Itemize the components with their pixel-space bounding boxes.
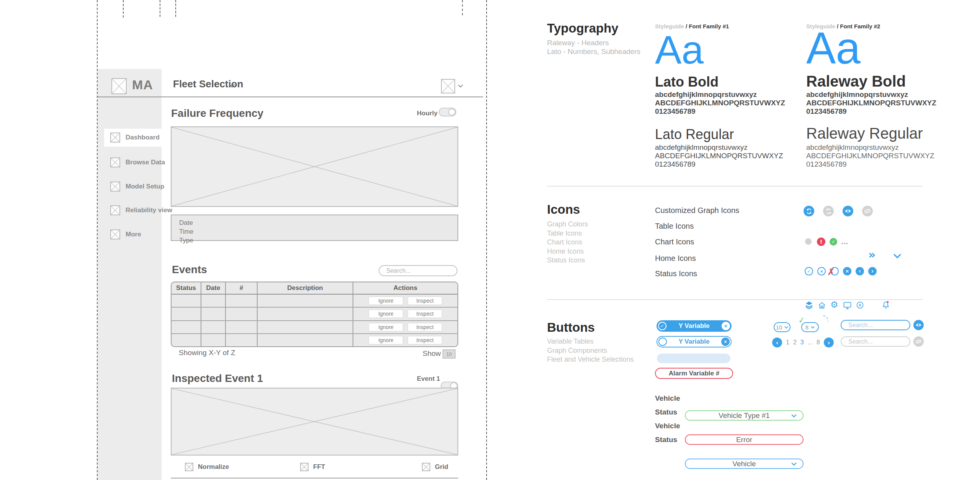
- tooltip-line: Time: [179, 227, 457, 236]
- eye-off-icon[interactable]: [862, 206, 873, 216]
- section-divider: [547, 299, 923, 300]
- checkbox-placeholder-icon: [422, 463, 430, 471]
- failure-frequency-title: Failure Frequency: [171, 107, 263, 120]
- user-avatar-placeholder-icon[interactable]: [441, 79, 455, 93]
- inspect-button[interactable]: Inspect: [408, 297, 442, 305]
- search-input-active[interactable]: Search...: [841, 320, 910, 330]
- plus-circle-icon[interactable]: [856, 301, 864, 309]
- page-prev-button[interactable]: ‹: [772, 337, 782, 347]
- content-bottom-divider: [171, 478, 458, 478]
- search-input-inactive[interactable]: Search...: [841, 336, 910, 347]
- subnav-item[interactable]: Variable Tables: [547, 337, 634, 346]
- chevron-down-icon: [784, 326, 788, 329]
- layers-icon[interactable]: [805, 301, 813, 310]
- hourly-toggle[interactable]: [439, 108, 456, 116]
- chevron-down-icon[interactable]: [229, 84, 235, 88]
- guide-tick: [160, 0, 160, 17]
- buttons-subnav: Variable Tables Graph Components Fleet a…: [547, 337, 634, 364]
- sync-disabled-icon[interactable]: [823, 206, 834, 216]
- inspect-button[interactable]: Inspect: [408, 310, 442, 318]
- x-circle-outline-icon[interactable]: ×: [817, 267, 826, 275]
- column-header[interactable]: #: [226, 282, 258, 294]
- styleguide-canvas: MA Fleet Selection Dashboard Browse Data…: [0, 0, 980, 480]
- eye-icon[interactable]: [913, 320, 924, 330]
- chevron-right-circle-icon[interactable]: ›: [868, 267, 877, 275]
- ignore-button[interactable]: Ignore: [369, 310, 403, 318]
- page-number[interactable]: 8: [817, 339, 820, 346]
- menu-placeholder-icon: [110, 157, 120, 167]
- grid-checkbox[interactable]: Grid: [422, 463, 448, 471]
- sidebar-item-label: Dashboard: [126, 134, 160, 141]
- table-row: Ignore Inspect: [172, 321, 457, 334]
- gear-icon[interactable]: ⚙: [830, 300, 838, 309]
- column-header[interactable]: Actions: [353, 282, 457, 294]
- subnav-item[interactable]: Chart Icons: [547, 238, 588, 247]
- sidebar-item-browse-data[interactable]: Browse Data: [110, 157, 165, 167]
- font-specimen-aa: Aa: [655, 30, 704, 70]
- ignore-button[interactable]: Ignore: [369, 323, 403, 331]
- page-number-current[interactable]: 3: [800, 339, 804, 346]
- chevron-left-circle-icon[interactable]: ‹: [856, 267, 864, 275]
- ignore-button[interactable]: Ignore: [369, 297, 403, 305]
- dropdown-row-label: Status: [655, 408, 677, 416]
- menu-placeholder-icon: [110, 229, 120, 239]
- page-next-button[interactable]: ›: [824, 337, 834, 347]
- alert-exclamation-icon: !: [817, 238, 825, 246]
- notification-bell-icon[interactable]: [882, 300, 890, 310]
- y-variable-pill-unselected[interactable]: Y Variable ×: [657, 336, 732, 347]
- tooltip-line: Date: [179, 218, 457, 227]
- page-size-dropdown-10[interactable]: 10: [774, 322, 791, 332]
- chevron-down-icon[interactable]: [458, 84, 463, 88]
- x-circle-filled-icon[interactable]: ×: [843, 267, 851, 275]
- sidebar-item-model-setup[interactable]: Model Setup: [110, 182, 164, 192]
- guide-tick: [175, 0, 176, 17]
- eye-off-icon[interactable]: [913, 336, 924, 347]
- vehicle-dropdown[interactable]: Vehicle: [685, 459, 804, 469]
- page-size-selector[interactable]: 10: [443, 349, 456, 359]
- subnav-item[interactable]: Graph Colors: [547, 220, 588, 229]
- alarm-variable-button[interactable]: Alarm Variable #: [655, 368, 733, 379]
- home-icon[interactable]: [818, 301, 826, 310]
- app-logo-text: MA: [132, 77, 153, 92]
- subnav-item[interactable]: Table Icons: [547, 229, 588, 238]
- events-search-input[interactable]: Search...: [379, 265, 457, 276]
- events-table-header: Status Date # Description Actions: [172, 282, 457, 295]
- sidebar-item-reliability-view[interactable]: Reliability view: [110, 205, 172, 215]
- subnav-item[interactable]: Graph Components: [547, 346, 634, 355]
- y-variable-pill-selected[interactable]: ✓ Y Variable ×: [657, 320, 732, 332]
- subnav-item[interactable]: Status Icons: [547, 256, 588, 265]
- monitor-icon[interactable]: [843, 301, 852, 310]
- cancel-circle-red-x-icon[interactable]: ✗: [830, 267, 839, 275]
- subnav-item[interactable]: Fleet and Vehicle Selections: [547, 355, 634, 364]
- inspect-button[interactable]: Inspect: [408, 323, 442, 331]
- sidebar-item-label: Reliability view: [126, 206, 172, 214]
- search-placeholder: Search...: [848, 322, 873, 329]
- column-header[interactable]: Description: [258, 282, 353, 294]
- chart-tooltip-placeholder: Date Time Type: [171, 215, 458, 241]
- sidebar-item-more[interactable]: More: [110, 229, 141, 239]
- eye-icon[interactable]: [843, 206, 853, 216]
- column-header[interactable]: Date: [201, 282, 226, 294]
- double-chevron-right-icon[interactable]: »: [868, 249, 875, 260]
- normalize-checkbox[interactable]: Normalize: [185, 463, 229, 471]
- fft-checkbox[interactable]: FFT: [300, 463, 325, 471]
- remove-circle-icon[interactable]: ×: [722, 322, 730, 330]
- page-number[interactable]: 1: [786, 339, 789, 346]
- dropdown-value: 10: [776, 324, 782, 331]
- empty-variable-pill[interactable]: [657, 354, 730, 363]
- remove-circle-icon[interactable]: ×: [721, 337, 730, 346]
- pill-label: Alarm Variable #: [669, 370, 719, 377]
- column-header[interactable]: Status: [172, 282, 201, 294]
- chevron-down-icon[interactable]: [893, 254, 902, 259]
- checkbox-placeholder-icon: [300, 463, 309, 471]
- subnav-item[interactable]: Home Icons: [547, 247, 588, 256]
- ignore-button[interactable]: Ignore: [369, 336, 403, 344]
- page-number[interactable]: 2: [793, 339, 797, 346]
- sidebar-item-label: Model Setup: [126, 183, 164, 190]
- inspect-button[interactable]: Inspect: [408, 336, 442, 344]
- check-circle-outline-icon[interactable]: ✓: [805, 267, 813, 275]
- vehicle-type-dropdown[interactable]: Vehicle Type #1: [685, 410, 804, 421]
- sidebar-item-dashboard[interactable]: Dashboard: [110, 133, 160, 143]
- icon-row-label: Status Icons: [655, 269, 697, 278]
- sync-icon[interactable]: [804, 206, 814, 216]
